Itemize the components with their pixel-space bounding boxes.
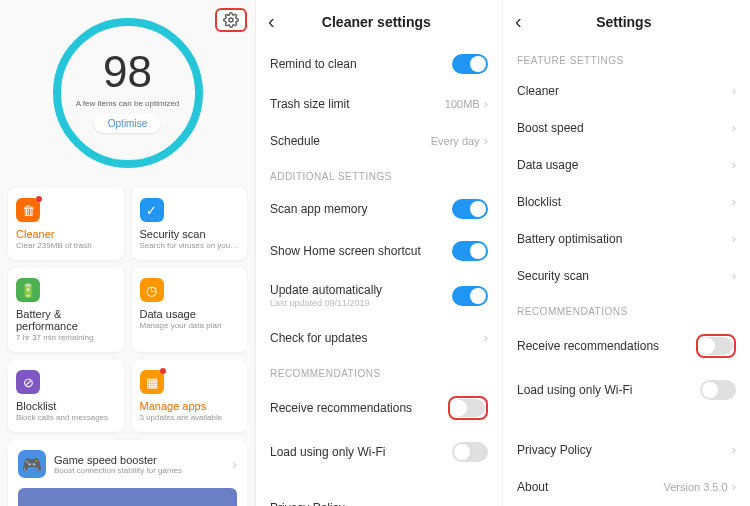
blocklist-row[interactable]: Blocklist› — [503, 183, 750, 220]
toggle-on[interactable] — [452, 241, 488, 261]
row-label: Trash size limit — [270, 97, 445, 111]
block-icon: ⊘ — [16, 370, 40, 394]
booster-banner — [18, 488, 237, 506]
data-usage-card[interactable]: ◷ Data usage Manage your data plan — [132, 268, 248, 352]
row-label: Privacy Policy — [517, 443, 732, 457]
check-updates-row[interactable]: Check for updates › — [256, 319, 502, 356]
card-sub: 7 hr 37 min remaining — [16, 333, 116, 342]
card-title: Battery & performance — [16, 308, 116, 332]
card-sub: Search for viruses on your devi… — [140, 241, 240, 250]
card-title: Security scan — [140, 228, 240, 240]
page-title: Cleaner settings — [263, 14, 490, 30]
chevron-right-icon: › — [732, 157, 736, 172]
row-label: Update automatically — [270, 283, 452, 297]
privacy-policy-row[interactable]: Privacy Policy › — [256, 489, 502, 506]
card-title: Manage apps — [140, 400, 240, 412]
chevron-right-icon: › — [732, 231, 736, 246]
about-row[interactable]: About Version 3.5.0 › — [503, 468, 750, 505]
score-circle: 98 A few items can be optimized Optimise — [53, 18, 203, 168]
row-label: Receive recommendations — [517, 339, 696, 353]
data-usage-row[interactable]: Data usage› — [503, 146, 750, 183]
remind-to-clean-row[interactable]: Remind to clean — [256, 43, 502, 85]
booster-sub: Boost connection stability for games — [54, 466, 232, 475]
section-header: RECOMMENDATIONS — [503, 294, 750, 323]
chevron-right-icon: › — [484, 96, 488, 111]
row-value: Version 3.5.0 — [663, 481, 727, 493]
security-scan-card[interactable]: ✓ Security scan Search for viruses on yo… — [132, 188, 248, 260]
chevron-right-icon: › — [732, 120, 736, 135]
row-label: Show Home screen shortcut — [270, 244, 452, 258]
row-label: Cleaner — [517, 84, 732, 98]
receive-recommendations-row[interactable]: Receive recommendations — [503, 323, 750, 369]
receive-recommendations-row[interactable]: Receive recommendations — [256, 385, 502, 431]
home-shortcut-row[interactable]: Show Home screen shortcut — [256, 230, 502, 272]
score-subtitle: A few items can be optimized — [76, 99, 180, 108]
toggle-on[interactable] — [452, 286, 488, 306]
privacy-policy-row[interactable]: Privacy Policy › — [503, 431, 750, 468]
row-value: 100MB — [445, 98, 480, 110]
section-header: FEATURE SETTINGS — [503, 43, 750, 72]
battery-card[interactable]: 🔋 Battery & performance 7 hr 37 min rema… — [8, 268, 124, 352]
toggle-off-highlighted[interactable] — [448, 396, 488, 420]
feature-cards: 🗑 Cleaner Clear 239MB of trash ✓ Securit… — [0, 168, 255, 440]
toggle-off-highlighted[interactable] — [696, 334, 736, 358]
trash-size-row[interactable]: Trash size limit 100MB › — [256, 85, 502, 122]
settings-screen: ‹ Settings FEATURE SETTINGS Cleaner› Boo… — [503, 0, 750, 506]
cleaner-row[interactable]: Cleaner› — [503, 72, 750, 109]
booster-title: Game speed booster — [54, 454, 232, 466]
row-label: Scan app memory — [270, 202, 452, 216]
chevron-right-icon: › — [732, 83, 736, 98]
row-label: Data usage — [517, 158, 732, 172]
toggle-on[interactable] — [452, 54, 488, 74]
chevron-right-icon: › — [732, 442, 736, 457]
settings-button[interactable] — [215, 8, 247, 32]
update-auto-row[interactable]: Update automatically Last updated 09/11/… — [256, 272, 502, 319]
scan-app-memory-row[interactable]: Scan app memory — [256, 188, 502, 230]
manage-apps-card[interactable]: ▦ Manage apps 3 updates are available — [132, 360, 248, 432]
card-title: Cleaner — [16, 228, 116, 240]
shield-icon: ✓ — [140, 198, 164, 222]
score-value: 98 — [103, 47, 152, 97]
row-label: Privacy Policy — [270, 501, 484, 507]
blocklist-card[interactable]: ⊘ Blocklist Block calls and messages — [8, 360, 124, 432]
apps-icon: ▦ — [140, 370, 164, 394]
chevron-right-icon: › — [232, 456, 237, 472]
boost-speed-row[interactable]: Boost speed› — [503, 109, 750, 146]
security-app-home: 98 A few items can be optimized Optimise… — [0, 0, 256, 506]
svg-point-0 — [229, 18, 233, 22]
security-scan-row[interactable]: Security scan› — [503, 257, 750, 294]
card-sub: 3 updates are available — [140, 413, 240, 422]
row-label: Receive recommendations — [270, 401, 448, 415]
card-sub: Block calls and messages — [16, 413, 116, 422]
card-sub: Manage your data plan — [140, 321, 240, 330]
schedule-row[interactable]: Schedule Every day › — [256, 122, 502, 159]
chevron-right-icon: › — [484, 133, 488, 148]
card-sub: Clear 239MB of trash — [16, 241, 116, 250]
section-header: RECOMMENDATIONS — [256, 356, 502, 385]
game-booster-card[interactable]: 🎮 Game speed booster Boost connection st… — [8, 440, 247, 506]
battery-row[interactable]: Battery optimisation› — [503, 220, 750, 257]
row-label: Load using only Wi-Fi — [270, 445, 452, 459]
rocket-icon: 🎮 — [18, 450, 46, 478]
toggle-off[interactable] — [452, 442, 488, 462]
page-title: Settings — [510, 14, 738, 30]
row-sub: Last updated 09/11/2019 — [270, 298, 452, 308]
card-title: Blocklist — [16, 400, 116, 412]
cleaner-card[interactable]: 🗑 Cleaner Clear 239MB of trash — [8, 188, 124, 260]
optimise-button[interactable]: Optimise — [94, 114, 161, 133]
wifi-only-row[interactable]: Load using only Wi-Fi — [256, 431, 502, 473]
data-icon: ◷ — [140, 278, 164, 302]
gear-icon — [223, 12, 239, 28]
row-value: Every day — [431, 135, 480, 147]
chevron-right-icon: › — [732, 479, 736, 494]
row-label: Battery optimisation — [517, 232, 732, 246]
row-label: About — [517, 480, 663, 494]
row-label: Load using only Wi-Fi — [517, 383, 700, 397]
toggle-off[interactable] — [700, 380, 736, 400]
wifi-only-row[interactable]: Load using only Wi-Fi — [503, 369, 750, 411]
chevron-right-icon: › — [484, 500, 488, 506]
card-title: Data usage — [140, 308, 240, 320]
toggle-on[interactable] — [452, 199, 488, 219]
row-label: Schedule — [270, 134, 431, 148]
chevron-right-icon: › — [732, 268, 736, 283]
